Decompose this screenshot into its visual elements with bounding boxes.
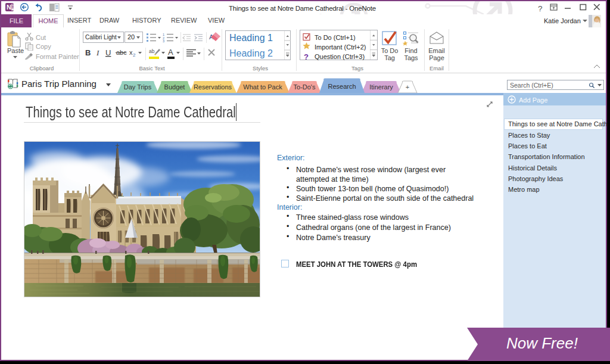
svg-text:N: N	[7, 4, 11, 11]
svg-text:I: I	[96, 48, 99, 57]
svg-text:?: ?	[304, 52, 309, 61]
svg-text:?: ?	[538, 4, 543, 13]
svg-text:Budget: Budget	[164, 83, 185, 91]
svg-text:A: A	[168, 48, 173, 57]
svg-text:+: +	[406, 83, 409, 91]
svg-text:B: B	[85, 48, 91, 57]
svg-text:2: 2	[133, 52, 136, 58]
svg-text:To-Do's: To-Do's	[294, 83, 316, 91]
svg-text:ab: ab	[149, 48, 155, 54]
svg-text:Day Trips: Day Trips	[124, 83, 152, 91]
svg-text:Research: Research	[328, 83, 356, 90]
svg-text:3: 3	[163, 39, 164, 43]
svg-text:U: U	[105, 48, 111, 57]
svg-text:What to Pack: What to Pack	[243, 83, 282, 91]
svg-text:Reservations: Reservations	[194, 83, 232, 91]
svg-text:Itinerary: Itinerary	[369, 83, 393, 91]
